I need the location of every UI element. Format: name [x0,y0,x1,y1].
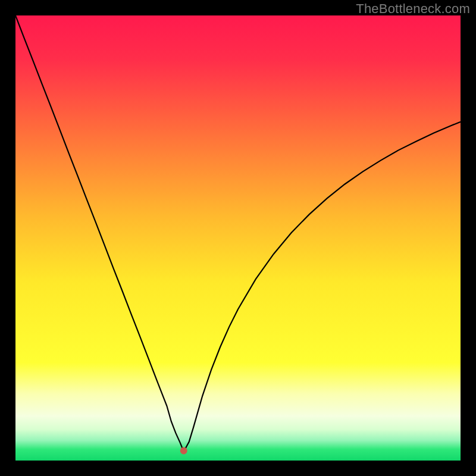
curve-min-marker [180,447,187,455]
chart-frame [15,15,461,461]
bottleneck-chart [15,15,461,461]
chart-background [15,15,461,461]
watermark-text: TheBottleneck.com [356,1,470,17]
